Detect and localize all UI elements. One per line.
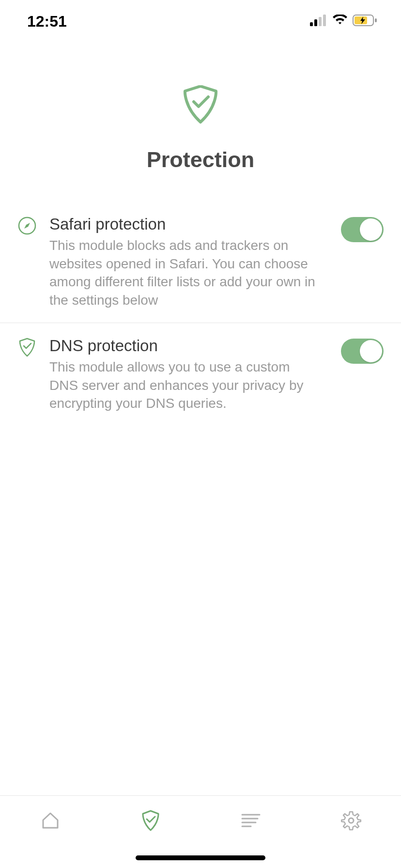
shield-check-icon [182, 86, 219, 123]
dns-protection-toggle[interactable] [341, 339, 384, 364]
settings-item-title: DNS protection [49, 337, 321, 355]
toggle-knob [360, 340, 382, 362]
status-icons [310, 15, 378, 28]
settings-item-content: Safari protection This module blocks ads… [49, 215, 328, 309]
svg-point-12 [349, 818, 354, 823]
settings-item-content: DNS protection This module allows you to… [49, 337, 328, 413]
settings-item-title: Safari protection [49, 215, 321, 233]
tab-protection[interactable] [139, 809, 163, 834]
svg-rect-0 [310, 22, 313, 26]
shield-check-small-icon [17, 338, 37, 357]
tab-settings[interactable] [339, 809, 363, 834]
list-lines-icon [241, 813, 261, 830]
cellular-signal-icon [310, 15, 327, 28]
status-bar: 12:51 [0, 0, 401, 43]
svg-rect-1 [314, 19, 317, 26]
svg-rect-2 [319, 17, 322, 26]
page-title: Protection [147, 147, 255, 172]
svg-rect-6 [375, 18, 377, 22]
settings-item-dns[interactable]: DNS protection This module allows you to… [0, 323, 401, 426]
tab-home[interactable] [38, 809, 62, 834]
wifi-icon [332, 15, 348, 28]
page-header: Protection [0, 43, 401, 202]
settings-item-description: This module allows you to use a custom D… [49, 358, 321, 413]
tab-activity[interactable] [239, 809, 263, 834]
status-time: 12:51 [27, 13, 67, 31]
svg-rect-3 [323, 15, 326, 26]
gear-icon [341, 810, 361, 833]
settings-item-description: This module blocks ads and trackers on w… [49, 236, 321, 309]
settings-list: Safari protection This module blocks ads… [0, 202, 401, 426]
safari-protection-toggle[interactable] [341, 217, 384, 242]
battery-charging-icon [353, 15, 378, 28]
shield-check-tab-icon [141, 810, 160, 833]
toggle-knob [360, 218, 382, 241]
compass-icon [17, 216, 37, 235]
settings-item-safari[interactable]: Safari protection This module blocks ads… [0, 202, 401, 323]
home-icon [40, 810, 61, 833]
home-indicator [136, 855, 265, 860]
